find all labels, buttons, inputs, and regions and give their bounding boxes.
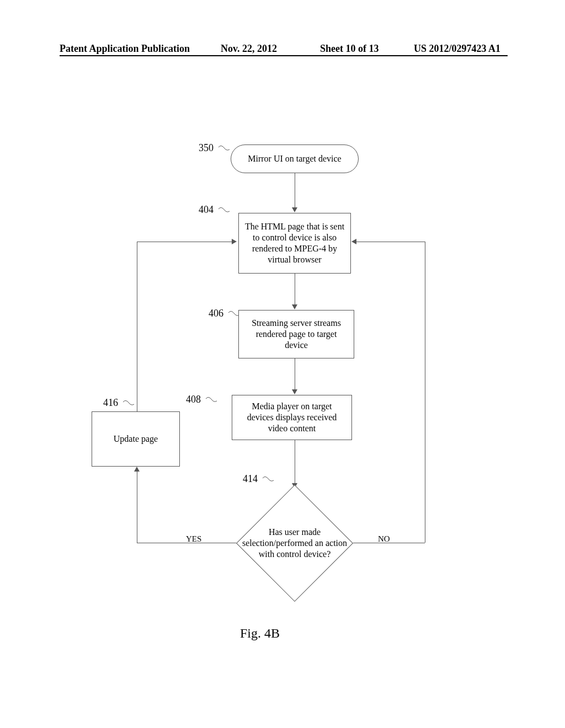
flowchart: 350 Mirror UI on target device 404 The H… bbox=[0, 0, 565, 728]
ref-416: 416 bbox=[103, 397, 118, 409]
node-408: Media player on target devices displays … bbox=[232, 395, 352, 440]
node-406-text: Streaming server streams rendered page t… bbox=[244, 318, 348, 351]
arrowhead-icon bbox=[292, 207, 297, 212]
edge-414-no-v bbox=[425, 242, 425, 543]
arrowhead-icon bbox=[232, 239, 237, 244]
edge-416-404-h bbox=[137, 242, 233, 242]
node-350-start: Mirror UI on target device bbox=[231, 144, 359, 173]
node-404-text: The HTML page that is sent to control de… bbox=[244, 221, 345, 265]
arrowhead-icon bbox=[292, 304, 297, 309]
node-416-text: Update page bbox=[114, 433, 158, 445]
node-406: Streaming server streams rendered page t… bbox=[238, 310, 354, 358]
node-408-text: Media player on target devices displays … bbox=[238, 401, 346, 434]
node-350-text: Mirror UI on target device bbox=[248, 153, 341, 164]
edge-no-top-h bbox=[356, 242, 425, 242]
ref-curl-icon bbox=[122, 400, 135, 408]
edge-414-yes-v bbox=[137, 471, 137, 543]
edge-label-yes: YES bbox=[186, 534, 201, 544]
arrowhead-icon bbox=[292, 389, 297, 394]
arrowhead-icon bbox=[351, 239, 356, 244]
ref-408: 408 bbox=[186, 394, 201, 405]
arrowhead-icon bbox=[134, 467, 140, 472]
ref-curl-icon bbox=[262, 476, 274, 484]
edge-404-406 bbox=[295, 274, 295, 306]
edge-350-404 bbox=[295, 173, 295, 208]
node-414-text: Has user made selection/performed an act… bbox=[242, 527, 348, 560]
node-416: Update page bbox=[92, 411, 180, 467]
edge-406-408 bbox=[295, 358, 295, 390]
edge-label-no: NO bbox=[378, 534, 390, 544]
ref-curl-icon bbox=[218, 145, 230, 153]
page: Patent Application Publication Nov. 22, … bbox=[0, 0, 565, 728]
ref-350: 350 bbox=[199, 142, 214, 154]
ref-406: 406 bbox=[209, 308, 223, 319]
figure-caption: Fig. 4B bbox=[240, 626, 280, 641]
ref-curl-icon bbox=[205, 397, 217, 404]
node-414-text-wrap: Has user made selection/performed an act… bbox=[242, 513, 348, 574]
edge-416-404-v bbox=[137, 242, 137, 411]
node-404: The HTML page that is sent to control de… bbox=[238, 213, 351, 274]
edge-408-414 bbox=[295, 440, 295, 484]
ref-curl-icon bbox=[218, 207, 230, 215]
ref-404: 404 bbox=[199, 204, 214, 216]
ref-414: 414 bbox=[243, 473, 258, 485]
